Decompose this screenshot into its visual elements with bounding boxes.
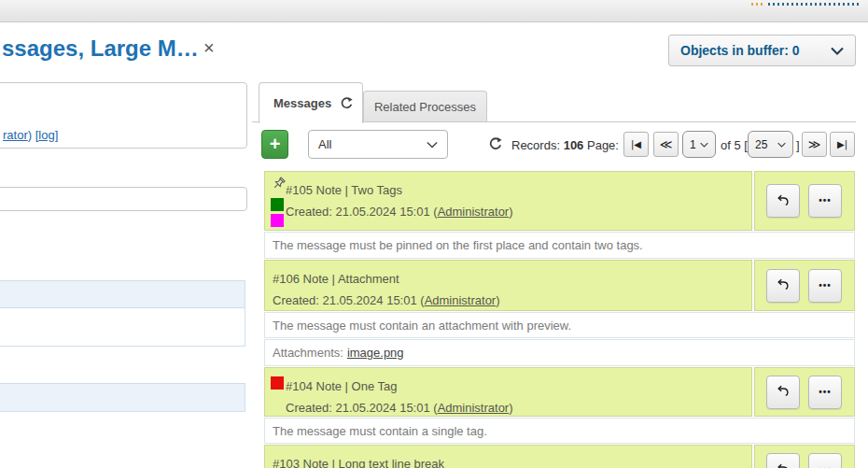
link-bracket: ]	[55, 128, 59, 142]
message-text-block: #106 Note | Attachment Created: 21.05.20…	[265, 261, 500, 310]
first-page-icon: |◀	[631, 139, 641, 149]
plus-icon: +	[270, 134, 281, 155]
attachment-link[interactable]: image.png	[347, 346, 404, 360]
message-menu-button[interactable]: •••	[808, 453, 842, 468]
left-widget-box: rator) [log]	[0, 82, 247, 149]
message-text-block: #103 Note | Long text line break	[265, 446, 444, 468]
message-created: Created: 21.05.2024 15:01 (Administrator…	[286, 397, 513, 418]
message-header-104: #104 Note | One Tag Created: 21.05.2024 …	[264, 367, 855, 417]
message-header-105: #105 Note | Two Tags Created: 21.05.2024…	[264, 171, 855, 231]
message-header-cell[interactable]: #106 Note | Attachment Created: 21.05.20…	[264, 260, 752, 311]
message-header-103: #103 Note | Long text line break •••	[264, 445, 855, 468]
first-page-button[interactable]: |◀	[623, 132, 649, 157]
created-prefix: Created: 21.05.2024 15:01 (	[286, 205, 438, 219]
message-menu-button[interactable]: •••	[808, 269, 842, 303]
pin-icon	[271, 177, 286, 195]
reply-icon	[776, 383, 791, 401]
ellipsis-icon: •••	[819, 388, 832, 397]
author-link[interactable]: Administrator	[438, 401, 510, 415]
reply-icon	[776, 461, 791, 468]
message-created: Created: 21.05.2024 15:01 (Administrator…	[286, 201, 513, 222]
log-link[interactable]: log	[38, 128, 54, 142]
message-header-cell[interactable]: #104 Note | One Tag Created: 21.05.2024 …	[264, 367, 752, 417]
author-link[interactable]: Administrator	[425, 293, 497, 307]
bracket-close-label: ]	[796, 138, 800, 152]
ellipsis-icon: •••	[819, 196, 832, 206]
reply-button[interactable]	[766, 376, 800, 409]
message-header-cell[interactable]: #103 Note | Long text line break	[264, 445, 752, 468]
message-created: Created: 21.05.2024 15:01 (Administrator…	[273, 290, 500, 311]
objects-in-buffer-button[interactable]: Objects in buffer: 0	[668, 35, 856, 66]
message-header-cell[interactable]: #105 Note | Two Tags Created: 21.05.2024…	[264, 171, 752, 231]
message-icon-column	[265, 368, 286, 416]
prev-page-icon: ≪	[660, 137, 673, 151]
per-page-select[interactable]: 25	[748, 131, 793, 158]
attachments-label: Attachments:	[273, 346, 343, 360]
next-page-button[interactable]: ≫	[802, 132, 827, 157]
message-title: #104 Note | One Tag	[286, 376, 513, 397]
records-label: Records:	[511, 138, 560, 152]
last-page-button[interactable]: ▶|	[830, 132, 855, 157]
left-table-header-2	[0, 383, 245, 412]
tab-messages-label: Messages	[273, 96, 331, 110]
tab-messages[interactable]: Messages	[259, 82, 363, 123]
message-body: The message must contain a single tag.	[264, 418, 855, 444]
message-header-106: #106 Note | Attachment Created: 21.05.20…	[264, 260, 855, 311]
left-input-box[interactable]	[0, 187, 247, 211]
prev-page-button[interactable]: ≪	[653, 132, 679, 157]
created-prefix: Created: 21.05.2024 15:01 (	[286, 401, 438, 415]
message-menu-button[interactable]: •••	[808, 184, 842, 218]
message-body-text: The message must be pinned on the first …	[273, 238, 643, 252]
reply-button[interactable]	[766, 453, 800, 468]
per-page-value: 25	[755, 138, 767, 151]
page-number-value: 1	[690, 138, 696, 151]
add-message-button[interactable]: +	[261, 130, 288, 159]
chevron-down-icon	[777, 142, 786, 148]
tab-related-label: Related Processes	[374, 100, 476, 114]
reply-button[interactable]	[766, 269, 800, 303]
author-link[interactable]: Administrator	[438, 205, 510, 219]
message-attachments: Attachments: image.png	[264, 339, 855, 366]
refresh-icon[interactable]	[340, 96, 354, 110]
app-screen: ssages, Large M… × Objects in buffer: 0 …	[0, 0, 868, 468]
left-widget-links: rator) [log]	[3, 128, 58, 142]
tab-related-processes[interactable]: Related Processes	[363, 91, 487, 121]
chevron-down-icon	[427, 141, 438, 149]
next-page-icon: ≫	[808, 137, 821, 151]
last-page-icon: ▶|	[837, 139, 847, 149]
page-title: ssages, Large M…	[2, 35, 199, 62]
records-info: Records: 106 Page:	[511, 138, 619, 152]
message-filter-select[interactable]: All	[308, 130, 448, 159]
message-actions-cell: •••	[754, 445, 855, 468]
created-suffix: )	[509, 205, 512, 219]
created-suffix: )	[496, 293, 499, 307]
toolbar-dashes-orange-icon	[751, 3, 763, 6]
ellipsis-icon: •••	[819, 281, 832, 291]
chevron-down-icon	[831, 47, 844, 55]
tag-swatch-magenta	[271, 214, 284, 227]
page-of-label: of 5 [	[721, 138, 748, 152]
buffer-label: Objects in buffer: 0	[680, 43, 800, 58]
author-link[interactable]: rator	[3, 128, 28, 142]
top-toolbar	[0, 0, 868, 22]
page-number-select[interactable]: 1	[682, 131, 716, 158]
filter-value: All	[318, 137, 331, 151]
message-title: #105 Note | Two Tags	[286, 179, 513, 201]
reply-button[interactable]	[766, 184, 800, 218]
message-text-block: #105 Note | Two Tags Created: 21.05.2024…	[286, 172, 513, 230]
message-body-text: The message must contain an attachment w…	[273, 319, 571, 333]
created-suffix: )	[509, 401, 512, 415]
refresh-list-icon[interactable]	[488, 136, 503, 151]
page-label: Page:	[587, 138, 619, 152]
tag-swatch-green	[271, 198, 284, 211]
message-body: The message must be pinned on the first …	[264, 232, 855, 259]
message-title: #103 Note | Long text line break	[273, 453, 444, 468]
message-menu-button[interactable]: •••	[808, 376, 842, 409]
chevron-down-icon	[700, 142, 708, 148]
close-icon[interactable]: ×	[203, 38, 215, 57]
message-body-text: The message must contain a single tag.	[273, 424, 487, 438]
message-icon-column	[265, 172, 286, 230]
message-actions-cell: •••	[754, 260, 855, 311]
reply-icon	[776, 277, 791, 294]
tag-swatch-red	[271, 376, 284, 390]
